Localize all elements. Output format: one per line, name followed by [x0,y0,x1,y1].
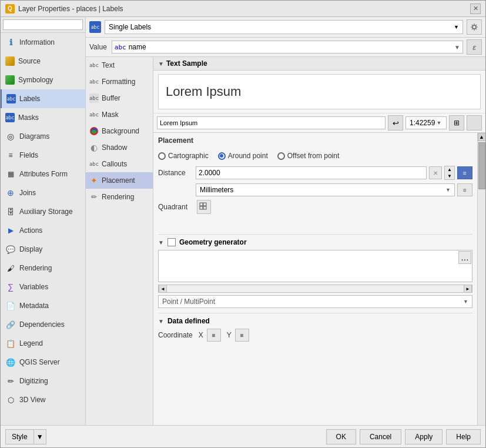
help-button[interactable]: Help [446,429,481,444]
scrollbar-left-arrow[interactable]: ◄ [159,285,167,293]
text-sub-icon: abc [89,61,99,70]
text-sample-header[interactable]: ▼ Text Sample [153,57,485,71]
distance-field-btn[interactable]: ≡ [457,166,472,179]
scale-select[interactable]: 1:42259 ▼ [405,116,447,129]
sidebar-item-rendering[interactable]: 🖌 Rendering [1,259,85,278]
text-sample-box: Lorem Ipsum [158,74,481,109]
sidebar-search-input[interactable] [3,19,83,30]
svg-rect-7 [203,206,206,209]
sidebar-item-actions[interactable]: ▶ Actions [1,221,85,240]
geometry-generator-checkbox[interactable] [167,238,176,246]
sidebar-item-diagrams[interactable]: ◎ Diagrams [1,127,85,146]
nav-icon-btn[interactable]: ⊞ [449,115,464,131]
dependencies-icon: 🔗 [5,319,16,330]
geometry-generator-section: ▼ Geometry generator … [158,234,472,308]
svg-point-0 [472,25,476,29]
bottom-bar: Style ▼ OK Cancel Apply Help [1,425,485,447]
sub-sidebar-item-placement[interactable]: ✦ Placement [86,172,153,189]
sidebar-item-label: Display [19,245,42,253]
sidebar-item-dependencies[interactable]: 🔗 Dependencies [1,315,85,334]
ok-button[interactable]: OK [326,429,356,444]
geometry-generator-type-row[interactable]: Point / MultiPoint ▼ [158,295,472,308]
preview-text-input[interactable] [157,116,386,129]
sidebar-item-metadata[interactable]: 📄 Metadata [1,296,85,315]
label-settings-icon-btn[interactable] [467,19,482,35]
sidebar-item-digitizing[interactable]: ✏ Digitizing [1,372,85,390]
value-dropdown-arrow[interactable]: ▼ [454,44,460,51]
geometry-generator-dots-btn[interactable]: … [458,251,471,264]
coordinate-row: Coordinate X ≡ Y ≡ [158,329,472,342]
sidebar-item-label: Symbology [18,76,53,84]
mm-field-btn[interactable]: ≡ [457,183,472,196]
quadrant-btn[interactable] [197,200,211,214]
value-input[interactable]: abc name ▼ [112,41,463,54]
sidebar-item-label: Legend [19,339,43,347]
vertical-scrollbar[interactable]: ▲ [477,133,485,425]
close-button[interactable]: ✕ [470,4,481,14]
geometry-generator-scrollbar[interactable]: ◄ ► [158,285,472,293]
fields-icon: ≡ [5,150,16,161]
cancel-button[interactable]: Cancel [360,429,401,444]
sub-sidebar-item-formatting[interactable]: abc Formatting [86,73,153,90]
distance-input[interactable] [196,166,427,179]
style-dropdown-btn[interactable]: ▼ [34,429,46,444]
distance-clear-btn[interactable]: ✕ [429,166,442,179]
sidebar-item-fields[interactable]: ≡ Fields [1,146,85,165]
extra-icon-btn[interactable] [467,115,482,131]
sidebar-item-symbology[interactable]: Symbology [1,71,85,89]
sidebar-item-label: Labels [19,95,40,103]
sub-sidebar-item-buffer[interactable]: abc Buffer [86,90,153,106]
sub-sidebar-item-background[interactable]: Background [86,123,153,139]
sidebar-item-label: Digitizing [19,377,48,385]
sidebar-item-auxiliary-storage[interactable]: 🗄 Auxiliary Storage [1,202,85,221]
scrollbar-right-arrow[interactable]: ► [464,285,472,293]
sidebar-item-source[interactable]: Source [1,52,85,71]
data-defined-section: ▼ Data defined Coordinate X ≡ Y ≡ [158,313,472,342]
settings-main: Placement Cartographic Aro [153,133,477,425]
sidebar-item-3d-view[interactable]: ⬡ 3D View [1,390,85,409]
sidebar-item-information[interactable]: ℹ Information [1,33,85,52]
sub-sidebar-item-rendering[interactable]: ✏ Rendering [86,189,153,205]
geometry-generator-collapse-arrow[interactable]: ▼ [158,239,164,246]
apply-button[interactable]: Apply [405,429,443,444]
sidebar-item-display[interactable]: 💬 Display [1,240,85,259]
distance-spin-down[interactable]: ▼ [445,173,454,179]
geometry-generator-textarea[interactable] [158,250,472,282]
preview-reset-btn[interactable]: ↩ [388,115,403,131]
sidebar-item-qgis-server[interactable]: 🌐 QGIS Server [1,353,85,372]
radio-offset-from-point[interactable]: Offset from point [277,152,339,160]
label-mode-dropdown[interactable]: Single Labels ▼ [105,20,463,34]
data-defined-collapse-arrow[interactable]: ▼ [158,318,164,325]
digitizing-icon: ✏ [5,376,16,386]
sub-sidebar-item-shadow[interactable]: ◐ Shadow [86,139,153,156]
mm-select[interactable]: Millimeters ▼ [196,183,455,196]
quadrant-grid-icon [199,202,209,212]
sidebar-item-legend[interactable]: 📋 Legend [1,334,85,353]
coord-y-btn[interactable]: ≡ [235,329,249,342]
section-collapse-arrow: ▼ [158,61,164,67]
sidebar-item-joins[interactable]: ⊕ Joins [1,183,85,202]
placement-title: Placement [158,136,472,147]
style-button[interactable]: Style [5,429,34,444]
radio-around-point[interactable]: Around point [218,152,268,160]
sub-sidebar-item-callouts[interactable]: abc Callouts [86,156,153,172]
coord-x-btn[interactable]: ≡ [207,329,221,342]
y-label: Y [227,331,232,339]
radio-cartographic[interactable]: Cartographic [158,152,209,160]
scrollbar-thumb[interactable] [478,142,485,189]
top-toolbar: abc Single Labels ▼ [86,17,485,38]
sub-sidebar-item-text[interactable]: abc Text [86,57,153,73]
sidebar-item-attributes-form[interactable]: ▦ Attributes Form [1,165,85,183]
sidebar-item-labels[interactable]: abc Labels [1,89,85,108]
sub-sidebar-item-mask[interactable]: abc Mask [86,106,153,123]
sidebar-item-label: QGIS Server [19,358,60,366]
value-expr-btn[interactable]: ε [467,39,482,55]
settings-scroll: Placement Cartographic Aro [153,133,485,425]
mm-field-btn-icon: ≡ [463,187,467,193]
sidebar-item-masks[interactable]: abc Masks [1,108,85,127]
scrollbar-up-arrow[interactable]: ▲ [478,133,486,141]
distance-spin-up[interactable]: ▲ [445,166,454,173]
mm-row: Millimeters ▼ ≡ [196,183,472,196]
radio-offset-from-point-circle [277,152,285,160]
sidebar-item-variables[interactable]: ∑ Variables [1,278,85,296]
